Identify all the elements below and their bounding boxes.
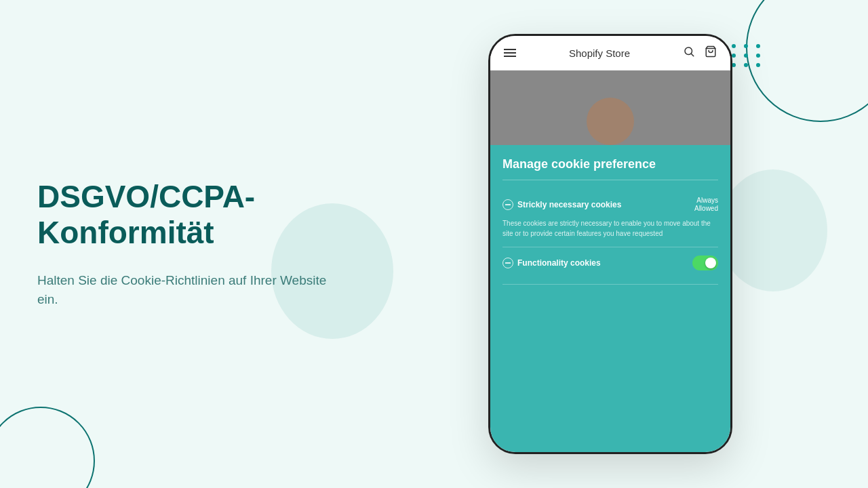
section-left-func: Functionality cookies <box>502 258 601 268</box>
strictly-necessary-label: Strickly necessary cookies <box>517 200 621 209</box>
subtext: Halten Sie die Cookie-Richtlinien auf Ih… <box>37 270 329 309</box>
hero-content <box>587 98 634 145</box>
store-title: Shopify Store <box>569 47 630 59</box>
functionality-label: Functionality cookies <box>517 258 601 268</box>
always-allowed-label: AlwaysAllowed <box>694 197 718 213</box>
strictly-necessary-desc: These cookies are strictly necessary to … <box>502 218 718 239</box>
phone-mockup: Shopify Store <box>488 34 732 454</box>
search-icon[interactable] <box>683 45 695 60</box>
collapse-icon-func[interactable] <box>502 258 513 268</box>
hero-image <box>490 70 730 145</box>
left-content: DSGVO/CCPA-Konformität Halten Sie die Co… <box>37 179 329 310</box>
strictly-necessary-section: Strickly necessary cookies AlwaysAllowed… <box>502 188 718 247</box>
section-left: Strickly necessary cookies <box>502 199 621 210</box>
phone-frame: Shopify Store <box>488 34 732 454</box>
cookie-banner-title: Manage cookie preference <box>502 157 718 180</box>
functionality-section: Functionality cookies <box>502 247 718 285</box>
cart-icon[interactable] <box>705 45 717 60</box>
headline: DSGVO/CCPA-Konformität <box>37 179 329 251</box>
phone-topbar: Shopify Store <box>490 36 730 70</box>
bg-blob-right <box>719 169 827 291</box>
cookie-banner: Manage cookie preference Strickly necess… <box>490 145 730 454</box>
svg-point-0 <box>685 47 692 55</box>
functionality-header: Functionality cookies <box>502 256 718 270</box>
functionality-toggle[interactable] <box>692 256 718 270</box>
bg-circle-bottom-left <box>0 407 95 488</box>
hamburger-icon[interactable] <box>504 49 516 57</box>
bg-circle-top-right <box>746 0 868 122</box>
collapse-icon[interactable] <box>502 199 513 210</box>
topbar-icons <box>683 45 717 60</box>
svg-line-1 <box>691 54 693 56</box>
strictly-necessary-header: Strickly necessary cookies AlwaysAllowed <box>502 197 718 213</box>
